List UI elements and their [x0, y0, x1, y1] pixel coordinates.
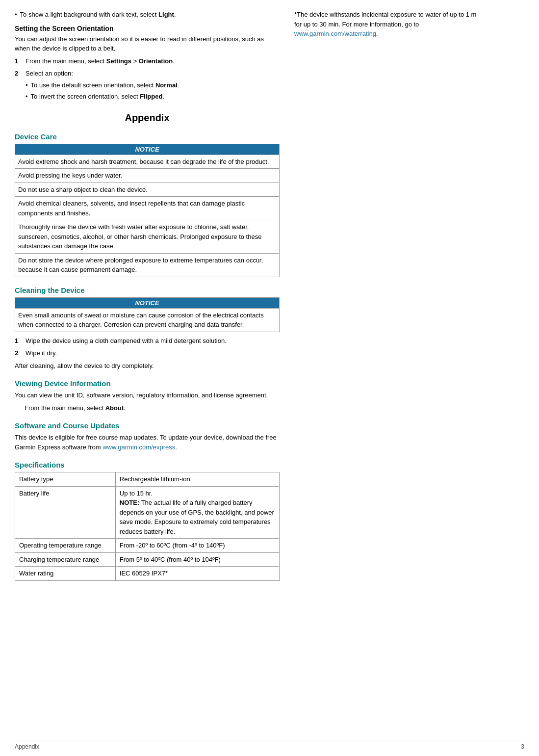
spec-label-battery-life: Battery life — [15, 486, 116, 539]
cleaning-notice: NOTICE Even small amounts of sweat or mo… — [15, 297, 280, 332]
spec-row-battery-type: Battery type Rechargeable lithium-ion — [15, 472, 280, 487]
cleaning-heading: Cleaning the Device — [15, 286, 280, 294]
cleaning-notice-header: NOTICE — [15, 298, 279, 308]
screen-orientation-section: Setting the Screen Orientation You can a… — [15, 25, 280, 104]
garmin-waterrating-link[interactable]: www.garmin.com/waterrating — [294, 30, 376, 37]
notice-row-1: Avoid extreme shock and harsh treatment,… — [15, 155, 279, 169]
spec-value-charging-temp: From 5º to 40ºC (from 40º to 104ºF) — [115, 552, 279, 567]
bullet-light: • To show a light background with dark t… — [15, 10, 280, 20]
spec-label-charging-temp: Charging temperature range — [15, 552, 116, 567]
screen-step-1: 1 From the main menu, select Settings > … — [15, 56, 280, 66]
spec-row-battery-life: Battery life Up to 15 hr. NOTE: The actu… — [15, 486, 280, 539]
footer-left: Appendix — [15, 743, 39, 750]
left-column: • To show a light background with dark t… — [15, 10, 280, 581]
software-updates-desc: This device is eligible for free course … — [15, 433, 280, 452]
water-note-text: *The device withstands incidental exposu… — [294, 10, 481, 39]
spec-row-water-rating: Water rating IEC 60529 IPX7* — [15, 567, 280, 581]
cleaning-step-1: 1 Wipe the device using a cloth dampened… — [15, 336, 280, 346]
screen-option-normal: • To use the default screen orientation,… — [26, 80, 179, 90]
screen-option-flipped: • To invert the screen orientation, sele… — [26, 92, 179, 102]
software-updates-section: Software and Course Updates This device … — [15, 421, 280, 452]
cleaning-section: Cleaning the Device NOTICE Even small am… — [15, 286, 280, 371]
screen-orientation-desc: You can adjust the screen orientation so… — [15, 34, 280, 53]
screen-orientation-heading: Setting the Screen Orientation — [15, 25, 280, 32]
viewing-info-heading: Viewing Device Information — [15, 379, 280, 388]
device-care-section: Device Care NOTICE Avoid extreme shock a… — [15, 132, 280, 277]
right-column: *The device withstands incidental exposu… — [294, 10, 481, 581]
spec-row-operating-temp: Operating temperature range From -20º to… — [15, 539, 280, 553]
cleaning-after-text: After cleaning, allow the device to dry … — [15, 361, 280, 371]
notice-row-6: Do not store the device where prolonged … — [15, 253, 279, 277]
notice-row-5: Thoroughly rinse the device with fresh w… — [15, 220, 279, 253]
notice-row-2: Avoid pressing the keys under water. — [15, 168, 279, 182]
viewing-info-step: From the main menu, select About. — [25, 403, 280, 413]
specifications-heading: Specifications — [15, 461, 280, 469]
viewing-info-desc: You can view the unit ID, software versi… — [15, 391, 280, 400]
specifications-section: Specifications Battery type Rechargeable… — [15, 461, 280, 581]
cleaning-notice-row-1: Even small amounts of sweat or moisture … — [15, 308, 279, 332]
spec-value-water-rating: IEC 60529 IPX7* — [115, 567, 279, 581]
spec-value-battery-life: Up to 15 hr. NOTE: The actual life of a … — [115, 486, 279, 539]
top-bullets-section: • To show a light background with dark t… — [15, 10, 280, 20]
viewing-info-section: Viewing Device Information You can view … — [15, 379, 280, 413]
page-footer: Appendix 3 — [15, 740, 524, 750]
appendix-title: Appendix — [15, 112, 280, 124]
garmin-express-link[interactable]: www.garmin.com/express — [103, 443, 175, 451]
spec-value-battery-type: Rechargeable lithium-ion — [115, 472, 279, 487]
notice-row-4: Avoid chemical cleaners, solvents, and i… — [15, 196, 279, 220]
screen-step-2: 2 Select an option: • To use the default… — [15, 69, 280, 104]
specs-table: Battery type Rechargeable lithium-ion Ba… — [15, 472, 280, 581]
spec-value-operating-temp: From -20º to 60ºC (from -4º to 140ºF) — [115, 539, 279, 553]
device-care-heading: Device Care — [15, 132, 280, 141]
spec-row-charging-temp: Charging temperature range From 5º to 40… — [15, 552, 280, 567]
footer-right: 3 — [521, 743, 524, 750]
cleaning-step-2: 2 Wipe it dry. — [15, 348, 280, 358]
spec-label-water-rating: Water rating — [15, 567, 116, 581]
spec-label-battery-type: Battery type — [15, 472, 116, 487]
device-care-notice-header: NOTICE — [15, 144, 279, 155]
spec-label-operating-temp: Operating temperature range — [15, 539, 116, 553]
device-care-notice: NOTICE Avoid extreme shock and harsh tre… — [15, 144, 280, 277]
software-updates-heading: Software and Course Updates — [15, 421, 280, 430]
notice-row-3: Do not use a sharp object to clean the d… — [15, 182, 279, 197]
